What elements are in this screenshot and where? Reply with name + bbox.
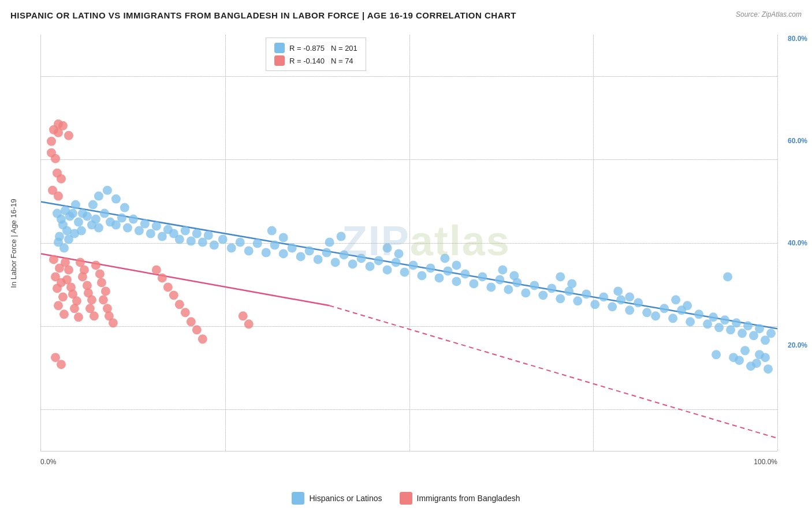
svg-point-62 [374, 256, 383, 265]
svg-point-121 [712, 350, 721, 359]
y-label-60: 60.0% [788, 137, 807, 145]
svg-point-141 [671, 295, 680, 304]
svg-point-91 [625, 305, 634, 315]
svg-point-38 [181, 226, 190, 236]
y-label-20: 20.0% [788, 341, 807, 349]
svg-point-95 [660, 304, 669, 313]
svg-point-32 [146, 229, 155, 238]
svg-point-48 [253, 239, 262, 248]
chart-area: ZIPatlas [40, 35, 777, 451]
svg-point-194 [192, 325, 202, 334]
svg-point-61 [366, 262, 375, 271]
svg-point-77 [504, 285, 513, 294]
y-label-40: 40.0% [788, 239, 807, 247]
svg-point-139 [613, 286, 623, 296]
scatter-plot [41, 35, 777, 451]
bottom-legend-blue: Hispanics or Latinos [292, 492, 382, 505]
svg-point-137 [556, 272, 565, 281]
bottom-swatch-blue [292, 492, 304, 505]
svg-point-166 [74, 312, 83, 322]
svg-point-76 [495, 275, 504, 284]
svg-point-80 [530, 281, 539, 290]
svg-point-60 [357, 253, 366, 263]
svg-point-126 [120, 203, 129, 212]
svg-point-158 [59, 309, 69, 319]
svg-point-40 [192, 229, 202, 238]
svg-point-98 [686, 317, 695, 326]
bottom-legend: Hispanics or Latinos Immigrants from Ban… [0, 492, 812, 505]
svg-point-186 [47, 137, 56, 146]
svg-point-94 [651, 311, 660, 320]
svg-point-113 [740, 346, 750, 355]
svg-point-188 [158, 273, 167, 282]
svg-point-45 [227, 243, 236, 252]
svg-point-199 [57, 360, 66, 369]
svg-point-156 [58, 292, 68, 301]
svg-point-134 [452, 260, 461, 270]
svg-point-107 [743, 321, 753, 330]
svg-point-85 [573, 296, 582, 305]
svg-point-190 [169, 290, 178, 300]
svg-point-178 [101, 286, 110, 296]
svg-point-118 [746, 361, 755, 371]
svg-point-124 [88, 200, 98, 210]
svg-point-182 [109, 318, 118, 327]
svg-point-184 [58, 121, 68, 130]
svg-point-119 [735, 356, 744, 365]
svg-point-47 [244, 246, 254, 255]
svg-point-111 [766, 329, 776, 338]
svg-point-73 [469, 279, 478, 288]
svg-point-68 [426, 263, 435, 273]
svg-point-90 [616, 295, 625, 304]
svg-point-89 [608, 302, 617, 311]
svg-point-53 [296, 252, 306, 261]
svg-point-120 [723, 272, 732, 281]
svg-point-87 [590, 300, 599, 309]
svg-point-63 [383, 265, 392, 274]
chart-container: HISPANIC OR LATINO VS IMMIGRANTS FROM BA… [0, 0, 812, 515]
y-axis-title: In Labor Force | Age 16-19 [9, 199, 18, 288]
svg-point-81 [538, 290, 547, 300]
svg-point-131 [383, 243, 392, 252]
svg-point-99 [694, 309, 703, 319]
svg-point-58 [340, 250, 349, 259]
svg-point-51 [279, 249, 288, 258]
svg-point-79 [521, 288, 530, 297]
svg-point-140 [625, 292, 634, 301]
svg-point-103 [720, 315, 729, 324]
svg-point-165 [70, 304, 79, 313]
legend-row-blue: R = -0.875 N = 201 [274, 43, 357, 53]
svg-point-31 [140, 219, 150, 229]
svg-point-176 [95, 269, 105, 278]
legend-text-blue: R = -0.875 N = 201 [289, 44, 357, 53]
svg-point-130 [337, 232, 346, 241]
svg-point-19 [77, 226, 86, 236]
svg-point-129 [325, 238, 334, 247]
svg-point-160 [64, 265, 73, 274]
svg-point-105 [732, 318, 741, 327]
svg-point-33 [152, 222, 161, 231]
svg-point-196 [239, 311, 248, 320]
svg-point-83 [556, 294, 565, 303]
svg-point-65 [400, 267, 409, 277]
svg-point-29 [129, 215, 138, 224]
bottom-label-blue: Hispanics or Latinos [309, 494, 382, 503]
svg-point-55 [314, 255, 323, 264]
svg-point-102 [714, 323, 724, 332]
svg-point-142 [683, 301, 692, 310]
svg-point-72 [460, 269, 470, 278]
y-label-80: 80.0% [788, 35, 807, 43]
svg-point-66 [409, 260, 418, 270]
svg-point-27 [117, 214, 126, 223]
svg-point-74 [478, 272, 487, 281]
svg-point-75 [486, 282, 496, 292]
svg-point-12 [71, 200, 80, 210]
svg-point-18 [59, 243, 69, 252]
svg-point-123 [103, 186, 112, 195]
svg-point-69 [434, 273, 444, 282]
chart-title: HISPANIC OR LATINO VS IMMIGRANTS FROM BA… [10, 10, 516, 20]
svg-point-177 [97, 278, 106, 287]
bottom-label-pink: Immigrants from Bangladesh [417, 494, 520, 503]
svg-point-135 [498, 265, 507, 274]
svg-point-189 [163, 282, 173, 292]
